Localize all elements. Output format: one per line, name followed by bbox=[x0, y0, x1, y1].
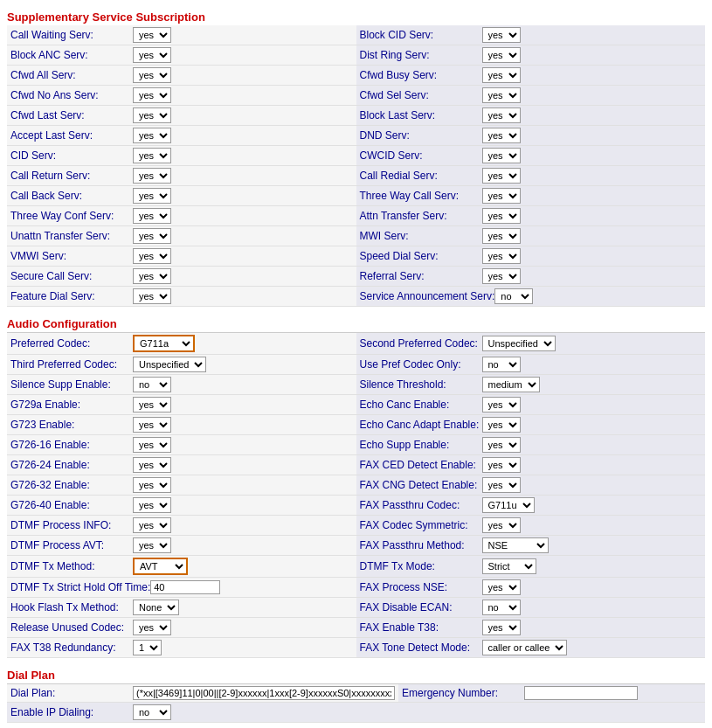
value-select[interactable]: yesno bbox=[482, 168, 521, 184]
value-select[interactable]: yesno bbox=[482, 67, 521, 83]
value-select[interactable]: noyes bbox=[133, 704, 171, 720]
value-select[interactable]: yesno bbox=[133, 620, 171, 635]
value-select[interactable]: yesno bbox=[133, 268, 171, 284]
row-value: yesno bbox=[482, 128, 521, 143]
suppl-right-row: Dist Ring Serv:yesno bbox=[356, 45, 706, 66]
value-select[interactable]: yesno bbox=[482, 128, 521, 143]
row-label: FAX T38 Redundancy: bbox=[10, 641, 133, 654]
value-select[interactable]: lowmediumhigh bbox=[482, 377, 540, 392]
value-select[interactable]: NSEReINVITE bbox=[482, 537, 549, 553]
row-label: FAX CNG Detect Enable: bbox=[360, 479, 482, 491]
value-select[interactable]: AVTINFOBothInBand bbox=[133, 558, 188, 575]
row-value: caller or calleecallercallee bbox=[482, 640, 567, 655]
value-select[interactable]: noyes bbox=[482, 600, 521, 615]
value-select[interactable]: yesno bbox=[482, 47, 521, 63]
value-select[interactable]: yesno bbox=[133, 27, 171, 43]
row-label: DND Serv: bbox=[360, 129, 482, 142]
value-select[interactable]: yesno bbox=[133, 208, 171, 224]
row-label: Third Preferred Codec: bbox=[10, 358, 133, 371]
audio-right-row: FAX Process NSE:yesno bbox=[356, 578, 706, 598]
value-select[interactable]: yesno bbox=[482, 208, 521, 224]
row-label: FAX Disable ECAN: bbox=[360, 601, 482, 614]
row-value: lowmediumhigh bbox=[482, 377, 540, 392]
row-label: Cfwd Last Serv: bbox=[10, 109, 133, 121]
value-select[interactable]: yesno bbox=[133, 288, 171, 304]
audio-left-row: G723 Enable:yesno bbox=[7, 415, 356, 435]
suppl-right-row: Attn Transfer Serv:yesno bbox=[356, 206, 706, 226]
value-select[interactable]: yesno bbox=[133, 477, 171, 493]
value-select[interactable]: G711aG711uG722G726-16G726-24G726-32G726-… bbox=[133, 335, 195, 352]
value-select[interactable]: noyes bbox=[133, 377, 171, 392]
dialplan-right2 bbox=[356, 703, 706, 723]
value-select[interactable]: yesno bbox=[133, 47, 171, 63]
value-select[interactable]: 12345 bbox=[133, 640, 162, 655]
value-select[interactable]: yesno bbox=[133, 188, 171, 204]
value-select[interactable]: caller or calleecallercallee bbox=[482, 640, 567, 655]
value-select[interactable]: yesno bbox=[482, 188, 521, 204]
value-select[interactable]: yesno bbox=[482, 517, 521, 533]
row-value: NSEReINVITE bbox=[482, 537, 549, 553]
value-select[interactable]: yesno bbox=[482, 248, 521, 264]
dialplan-label: Dial Plan: bbox=[10, 687, 133, 699]
value-select[interactable]: G711uG711a bbox=[482, 497, 535, 513]
value-select[interactable]: UnspecifiedG711aG711uG722G726-16G726-24G… bbox=[482, 336, 556, 351]
value-select[interactable]: yesno bbox=[133, 148, 171, 163]
row-value: UnspecifiedG711aG711uG722G726-16G726-24G… bbox=[133, 357, 206, 372]
value-select[interactable]: yesno bbox=[133, 517, 171, 533]
row-value: yesno bbox=[133, 67, 171, 83]
value-select[interactable]: yesno bbox=[482, 27, 521, 43]
dialplan-row1: Dial Plan:Emergency Number: bbox=[7, 684, 705, 703]
value-select[interactable]: yesno bbox=[482, 457, 521, 473]
suppl-right-row: DND Serv:yesno bbox=[356, 126, 706, 146]
value-select[interactable]: yesno bbox=[133, 87, 171, 103]
value-select[interactable]: NoneAVTINFO bbox=[133, 600, 179, 615]
value-select[interactable]: yesno bbox=[482, 268, 521, 284]
value-input[interactable] bbox=[150, 580, 220, 594]
audio-header: Audio Configuration bbox=[7, 314, 705, 332]
value-select[interactable]: noyes bbox=[494, 288, 533, 304]
value-select[interactable]: yesno bbox=[133, 537, 171, 553]
value-input[interactable] bbox=[524, 686, 638, 700]
value-select[interactable]: yesno bbox=[133, 128, 171, 143]
suppl-right-row: Block CID Serv:yesno bbox=[356, 25, 706, 45]
value-select[interactable]: yesno bbox=[482, 579, 521, 595]
row-label: G723 Enable: bbox=[10, 419, 133, 431]
value-select[interactable]: yesno bbox=[133, 397, 171, 413]
value-select[interactable]: noyes bbox=[482, 357, 521, 372]
value-select[interactable]: yesno bbox=[133, 417, 171, 433]
supplementary-header: Supplementary Service Subscription bbox=[7, 7, 705, 25]
value-select[interactable]: yesno bbox=[482, 620, 521, 635]
row-label: G726-40 Enable: bbox=[10, 499, 133, 511]
value-select[interactable]: yesno bbox=[133, 168, 171, 184]
audio-right-row: FAX Passthru Method:NSEReINVITE bbox=[356, 536, 706, 556]
row-label: Referral Serv: bbox=[360, 270, 482, 282]
value-select[interactable]: yesno bbox=[482, 107, 521, 123]
row-label: Echo Canc Adapt Enable: bbox=[360, 419, 482, 431]
audio-left-row: Release Unused Codec:yesno bbox=[7, 618, 356, 638]
value-select[interactable]: yesno bbox=[133, 248, 171, 264]
suppl-left-row: Call Back Serv:yesno bbox=[7, 186, 356, 206]
value-input[interactable] bbox=[133, 686, 395, 700]
row-value: yesno bbox=[133, 537, 171, 553]
value-select[interactable]: yesno bbox=[482, 87, 521, 103]
value-select[interactable]: yesno bbox=[133, 457, 171, 473]
value-select[interactable]: yesno bbox=[133, 497, 171, 513]
value-select[interactable]: yesno bbox=[482, 228, 521, 244]
value-select[interactable]: yesno bbox=[482, 148, 521, 163]
value-select[interactable]: yesno bbox=[133, 228, 171, 244]
emergency-label: Emergency Number: bbox=[402, 687, 524, 699]
value-select[interactable]: yesno bbox=[133, 437, 171, 453]
value-select[interactable]: yesno bbox=[482, 417, 521, 433]
value-select[interactable]: yesno bbox=[133, 107, 171, 123]
value-select[interactable]: yesno bbox=[482, 437, 521, 453]
value-select[interactable]: yesno bbox=[133, 67, 171, 83]
row-label: Call Redial Serv: bbox=[360, 170, 482, 182]
value-select[interactable]: StrictNormal bbox=[482, 558, 536, 574]
value-select[interactable]: yesno bbox=[482, 397, 521, 413]
value-select[interactable]: yesno bbox=[482, 477, 521, 493]
suppl-right-row: Call Redial Serv:yesno bbox=[356, 166, 706, 186]
suppl-right-row: Service Announcement Serv:noyes bbox=[356, 287, 706, 307]
value-select[interactable]: UnspecifiedG711aG711uG722G726-16G726-24G… bbox=[133, 357, 206, 372]
suppl-right-row: Cfwd Busy Serv:yesno bbox=[356, 66, 706, 86]
audio-right-row: Second Preferred Codec:UnspecifiedG711aG… bbox=[356, 333, 706, 355]
